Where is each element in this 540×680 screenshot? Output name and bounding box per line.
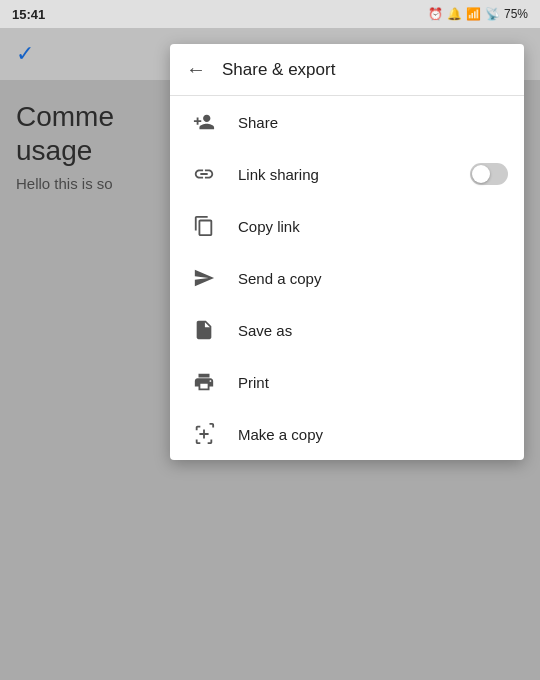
status-bar: 15:41 ⏰ 🔔 📶 📡 75% [0, 0, 540, 28]
menu-title: Share & export [222, 60, 335, 80]
save-as-label: Save as [238, 322, 508, 339]
share-label: Share [238, 114, 508, 131]
battery-text: 75% [504, 7, 528, 21]
volume-icon: 🔔 [447, 7, 462, 21]
menu-item-send-copy[interactable]: Send a copy [170, 252, 524, 304]
copy-icon [186, 215, 222, 237]
menu-item-print[interactable]: Print [170, 356, 524, 408]
menu-item-link-sharing[interactable]: Link sharing [170, 148, 524, 200]
copy-link-label: Copy link [238, 218, 508, 235]
make-copy-icon [186, 423, 222, 445]
menu-item-save-as[interactable]: Save as [170, 304, 524, 356]
send-icon [186, 267, 222, 289]
print-icon [186, 371, 222, 393]
save-as-icon [186, 319, 222, 341]
send-copy-label: Send a copy [238, 270, 508, 287]
wifi-icon: 📶 [466, 7, 481, 21]
person-add-icon [186, 111, 222, 133]
menu-item-copy-link[interactable]: Copy link [170, 200, 524, 252]
share-export-menu: ← Share & export Share Link sharing [170, 44, 524, 460]
menu-header: ← Share & export [170, 44, 524, 95]
menu-item-make-copy[interactable]: Make a copy [170, 408, 524, 460]
alarm-icon: ⏰ [428, 7, 443, 21]
toggle-thumb [472, 165, 490, 183]
link-icon [186, 163, 222, 185]
link-sharing-label: Link sharing [238, 166, 470, 183]
print-label: Print [238, 374, 508, 391]
signal-icon: 📡 [485, 7, 500, 21]
back-button[interactable]: ← [186, 58, 206, 81]
status-time: 15:41 [12, 7, 45, 22]
link-sharing-toggle[interactable] [470, 163, 508, 185]
menu-item-share[interactable]: Share [170, 96, 524, 148]
status-icons: ⏰ 🔔 📶 📡 75% [428, 7, 528, 21]
make-copy-label: Make a copy [238, 426, 508, 443]
